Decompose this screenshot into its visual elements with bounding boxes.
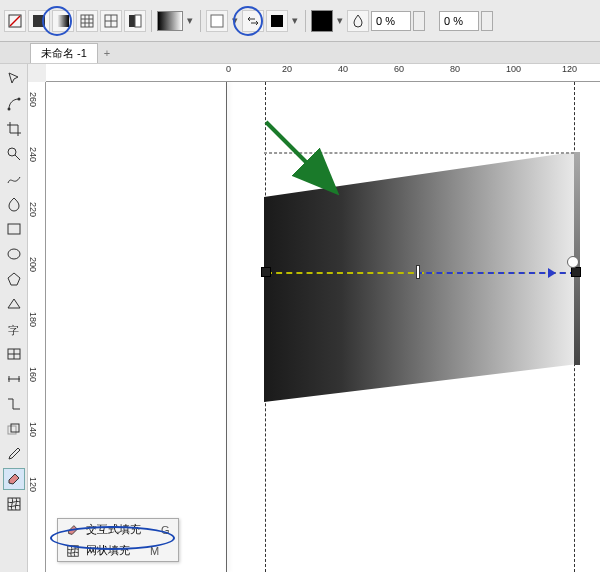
connector-tool[interactable] [3, 393, 25, 415]
no-fill-button[interactable] [4, 10, 26, 32]
ruler-tick: 120 [562, 64, 577, 74]
ruler-tick: 40 [338, 64, 348, 74]
mesh-fill-tool[interactable] [3, 493, 25, 515]
separator [200, 10, 201, 32]
svg-rect-2 [33, 15, 45, 27]
ruler-tick: 60 [394, 64, 404, 74]
canvas[interactable] [46, 82, 600, 572]
right-percent-field[interactable]: 0 % [439, 11, 479, 31]
svg-rect-15 [271, 15, 283, 27]
svg-rect-3 [57, 15, 69, 27]
gradient-mid-handle[interactable] [416, 265, 420, 279]
right-percent-spinner[interactable] [481, 11, 493, 31]
end-color-black-button[interactable] [266, 10, 288, 32]
eyedropper-tool[interactable] [3, 443, 25, 465]
table-tool[interactable] [3, 343, 25, 365]
grid-button-b[interactable] [100, 10, 122, 32]
shape-tool[interactable] [3, 93, 25, 115]
toolbox: 字 [0, 64, 28, 572]
ruler-tick: 100 [506, 64, 521, 74]
svg-rect-4 [81, 15, 93, 27]
ruler-tick: 180 [28, 312, 38, 327]
svg-rect-14 [211, 15, 223, 27]
svg-rect-20 [8, 224, 20, 234]
solid-fill-button[interactable] [28, 10, 50, 32]
svg-point-21 [8, 249, 20, 259]
swap-colors-button[interactable] [242, 10, 264, 32]
svg-line-19 [15, 155, 20, 160]
interactive-fill-key: G [161, 524, 170, 536]
ruler-tick: 140 [28, 422, 38, 437]
gradient-dropdown[interactable]: ▾ [185, 10, 195, 32]
linear-gradient-button[interactable] [52, 10, 74, 32]
ellipse-tool[interactable] [3, 243, 25, 265]
separator [305, 10, 306, 32]
new-tab-button[interactable]: + [104, 47, 110, 59]
interactive-fill-item[interactable]: 交互式填充 G [58, 519, 178, 540]
text-tool[interactable]: 字 [3, 318, 25, 340]
ruler-tick: 120 [28, 477, 38, 492]
svg-marker-22 [8, 273, 20, 285]
opacity-icon [347, 10, 369, 32]
effects-tool[interactable] [3, 418, 25, 440]
page-edge [226, 82, 227, 572]
end-color-black-dropdown[interactable]: ▾ [290, 10, 300, 32]
svg-point-17 [17, 98, 20, 101]
gradient-rotate-handle[interactable] [567, 256, 579, 268]
basic-shapes-tool[interactable] [3, 293, 25, 315]
grid-button-a[interactable] [76, 10, 98, 32]
fill-tool-flyout: 交互式填充 G 网状填充 M [57, 518, 179, 562]
gradient-preview[interactable] [157, 11, 183, 31]
smart-fill-tool[interactable] [3, 193, 25, 215]
interactive-fill-label: 交互式填充 [86, 522, 141, 537]
svg-rect-13 [135, 15, 141, 27]
ruler-tick: 20 [282, 64, 292, 74]
separator [151, 10, 152, 32]
ruler-tick: 240 [28, 147, 38, 162]
ruler-tick: 200 [28, 257, 38, 272]
gradient-end-handle[interactable] [571, 267, 581, 277]
svg-rect-32 [8, 498, 20, 510]
left-percent-field[interactable]: 0 % [371, 11, 411, 31]
svg-point-16 [7, 108, 10, 111]
svg-rect-12 [129, 15, 135, 27]
mesh-fill-key: M [150, 545, 159, 557]
mesh-fill-item[interactable]: 网状填充 M [58, 540, 178, 561]
interactive-fill-tool[interactable] [3, 468, 25, 490]
svg-rect-35 [68, 545, 79, 556]
svg-line-1 [10, 16, 20, 26]
left-percent-spinner[interactable] [413, 11, 425, 31]
polygon-tool[interactable] [3, 268, 25, 290]
gradient-start-handle[interactable] [261, 267, 271, 277]
vertical-ruler: 260 240 220 200 180 160 140 120 [28, 82, 46, 572]
crop-tool[interactable] [3, 118, 25, 140]
ruler-tick: 160 [28, 367, 38, 382]
ruler-tick: 0 [226, 64, 231, 74]
svg-text:字: 字 [8, 324, 19, 336]
svg-point-18 [8, 148, 16, 156]
horizontal-ruler: 0 20 40 60 80 100 120 [46, 64, 600, 82]
selection-top [264, 152, 574, 154]
dimension-tool[interactable] [3, 368, 25, 390]
end-color-swatch[interactable] [311, 10, 333, 32]
svg-rect-30 [8, 426, 16, 434]
gradient-direction-arrow [548, 268, 556, 278]
ruler-tick: 260 [28, 92, 38, 107]
ruler-tick: 220 [28, 202, 38, 217]
ruler-tick: 80 [450, 64, 460, 74]
two-color-button[interactable] [124, 10, 146, 32]
pick-tool[interactable] [3, 68, 25, 90]
end-color-dropdown[interactable]: ▾ [335, 10, 345, 32]
start-color-dropdown[interactable]: ▾ [230, 10, 240, 32]
rectangle-tool[interactable] [3, 218, 25, 240]
start-color-button[interactable] [206, 10, 228, 32]
mesh-fill-label: 网状填充 [86, 543, 130, 558]
freehand-tool[interactable] [3, 168, 25, 190]
zoom-tool[interactable] [3, 143, 25, 165]
document-tab[interactable]: 未命名 -1 [30, 43, 98, 63]
svg-rect-31 [11, 424, 19, 432]
tab-label: 未命名 -1 [41, 46, 87, 61]
